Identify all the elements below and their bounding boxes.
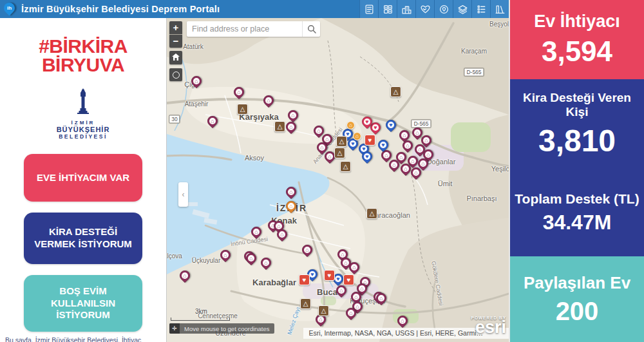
stat-label: Ev İhtiyacı xyxy=(534,12,620,32)
house-need-pin[interactable]: ⌂ xyxy=(376,293,386,303)
house-need-pin-glyph: ⌂ xyxy=(399,318,406,324)
house-need-pin[interactable]: ⌂ xyxy=(346,308,356,318)
camp-site-marker[interactable]: △ xyxy=(390,86,401,97)
municipality-logo: İZMİR BÜYÜKŞEHİR BELEDİYESİ xyxy=(0,88,166,140)
heart-handshake-icon[interactable] xyxy=(415,0,434,18)
house-need-pin[interactable]: ⌂ xyxy=(207,116,218,126)
house-need-pin-glyph: ⌂ xyxy=(348,310,354,316)
house-need-pin[interactable]: ⌂ xyxy=(251,227,261,237)
house-need-pin[interactable]: ⌂ xyxy=(288,110,298,120)
house-need-pin[interactable]: ⌂ xyxy=(351,292,361,302)
orange-pin[interactable]: ⌂ xyxy=(286,201,296,211)
campaign-line1: #BİRKİRA xyxy=(0,37,166,56)
locate-me-button[interactable] xyxy=(169,68,182,81)
location-pin-icon[interactable] xyxy=(434,0,453,18)
house-need-pin[interactable]: ⌂ xyxy=(180,271,190,281)
camp-site-marker[interactable]: △ xyxy=(340,161,351,172)
house-need-pin-glyph: ⌂ xyxy=(338,287,345,294)
heart-pin-glyph: ♥ xyxy=(372,124,379,131)
house-need-pin-glyph: ⌂ xyxy=(383,152,390,158)
clock-tower-icon xyxy=(72,88,94,118)
house-need-pin-glyph: ⌂ xyxy=(193,78,200,84)
house-need-pin[interactable]: ⌂ xyxy=(234,87,244,97)
house-need-pin[interactable]: ⌂ xyxy=(263,95,274,106)
home-extent-button[interactable] xyxy=(169,51,182,64)
search-icon xyxy=(307,24,316,33)
search-button[interactable] xyxy=(302,21,320,37)
map-canvas[interactable]: AtatürkÇiğliAtaşehirKarşıyakaAksoyBeşyol… xyxy=(167,18,509,342)
house-need-pin[interactable]: ⌂ xyxy=(302,245,312,255)
zoom-out-button[interactable]: − xyxy=(169,35,182,48)
legend-list-icon[interactable] xyxy=(471,0,490,18)
house-need-pin[interactable]: ⌂ xyxy=(336,285,346,296)
calculator-grid-icon[interactable] xyxy=(378,0,397,18)
house-need-pin-glyph: ⌂ xyxy=(339,251,346,258)
house-need-pin[interactable]: ⌂ xyxy=(396,152,406,162)
stat-label: Toplam Destek (TL) xyxy=(515,191,639,207)
house-need-pin[interactable]: ⌂ xyxy=(246,253,256,263)
house-need-pin[interactable]: ⌂ xyxy=(411,167,421,178)
panel-collapse-handle[interactable]: ‹ xyxy=(178,182,188,207)
scale-label: 3km xyxy=(195,308,207,315)
heart-pin[interactable]: ♥ xyxy=(362,117,372,127)
support-pin[interactable]: ♥ xyxy=(386,120,396,130)
camp-site-marker[interactable]: △ xyxy=(274,121,285,132)
camp-site-marker[interactable]: △ xyxy=(300,298,311,309)
house-need-pin[interactable]: ⌂ xyxy=(401,164,411,174)
portal-logo-text: ih xyxy=(4,3,15,14)
zoom-in-button[interactable]: + xyxy=(169,21,182,34)
aid-station-marker[interactable]: ♥ xyxy=(365,135,375,146)
give-rent-support-button[interactable]: KİRA DESTEĞİ VERMEK İSTİYORUM xyxy=(24,213,142,264)
locate-icon xyxy=(173,71,180,79)
buildings-icon[interactable] xyxy=(397,0,415,18)
house-need-pin[interactable]: ⌂ xyxy=(325,151,335,162)
house-need-pin-glyph: ⌂ xyxy=(414,129,421,136)
house-need-pin[interactable]: ⌂ xyxy=(191,76,202,86)
house-need-pin[interactable]: ⌂ xyxy=(349,262,359,272)
house-need-pin[interactable]: ⌂ xyxy=(261,258,271,268)
page-title: İzmir Büyükşehir Belediyesi Deprem Porta… xyxy=(21,4,220,14)
search-input[interactable] xyxy=(187,21,302,37)
esri-logo[interactable]: POWERED BY esri xyxy=(471,316,506,335)
support-pin[interactable]: ♥ xyxy=(378,140,388,150)
heart-pin-glyph: ♥ xyxy=(364,119,370,125)
house-need-pin[interactable]: ⌂ xyxy=(399,130,410,140)
need-home-button[interactable]: EVE İHTİYACIM VAR xyxy=(24,154,142,202)
share-empty-home-button[interactable]: BOŞ EVİM KULLANILSIN İSTİYORUM xyxy=(24,275,142,332)
house-need-pin[interactable]: ⌂ xyxy=(220,250,231,260)
orange-dot-marker[interactable]: ⌂ xyxy=(353,132,361,140)
camp-site-marker[interactable]: △ xyxy=(336,136,347,147)
camp-site-marker[interactable]: △ xyxy=(237,104,248,115)
house-need-pin-glyph: ⌂ xyxy=(182,272,188,279)
aid-station-marker[interactable]: ♥ xyxy=(343,274,354,285)
library-books-icon[interactable] xyxy=(490,0,509,18)
support-pin-glyph: ♥ xyxy=(335,276,341,282)
stat-label: Paylaşılan Ev xyxy=(524,273,630,293)
document-icon[interactable] xyxy=(359,0,378,18)
camp-site-marker[interactable]: △ xyxy=(334,147,345,158)
campaign-line2: BİRYUVA xyxy=(0,56,166,75)
house-need-pin-glyph: ⌂ xyxy=(423,137,430,144)
support-pin[interactable]: ♥ xyxy=(362,151,372,162)
orange-dot-marker[interactable]: ⌂ xyxy=(346,121,355,129)
camp-site-marker[interactable]: △ xyxy=(366,208,377,219)
camp-site-marker[interactable]: △ xyxy=(318,305,329,316)
scale-bar xyxy=(171,318,230,321)
house-need-pin-glyph: ⌂ xyxy=(353,294,359,300)
sidebar-footnote: Bu sayfa, İzmir Büyükşehir Belediyesi, İ… xyxy=(5,336,166,342)
house-need-pin-glyph: ⌂ xyxy=(343,260,349,266)
action-buttons: EVE İHTİYACIM VARKİRA DESTEĞİ VERMEK İST… xyxy=(0,154,166,332)
house-need-pin-glyph: ⌂ xyxy=(359,285,365,292)
house-need-pin[interactable]: ⌂ xyxy=(286,122,296,132)
house-need-pin[interactable]: ⌂ xyxy=(286,187,296,197)
house-need-pin-glyph: ⌂ xyxy=(420,160,426,167)
aid-station-marker[interactable]: ♥ xyxy=(324,270,335,281)
layers-icon[interactable] xyxy=(453,0,471,18)
aid-station-marker[interactable]: ♥ xyxy=(299,274,310,285)
house-need-pin[interactable]: ⌂ xyxy=(277,229,287,240)
house-need-pin-glyph: ⌂ xyxy=(417,146,423,153)
stat-value: 34.47M xyxy=(543,211,612,234)
house-need-pin[interactable]: ⌂ xyxy=(397,316,408,326)
house-need-pin[interactable]: ⌂ xyxy=(402,140,413,151)
logo-line3: BELEDİYESİ xyxy=(0,133,166,140)
